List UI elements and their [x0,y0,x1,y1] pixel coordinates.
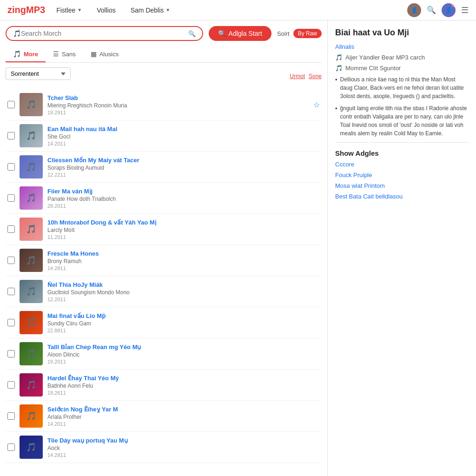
show-link-cccore[interactable]: Cccore [335,161,469,168]
song-meta: 19.2611 [47,390,320,396]
song-artist: Arlala Prother [47,414,320,420]
show-link-fouck[interactable]: Fouck Pruiple [335,172,469,178]
song-artist: Larcly Moît [47,227,320,233]
song-thumbnail: 🎵 [20,218,43,241]
song-meta: 14.2811 [47,452,320,458]
nav-fistlee[interactable]: Fistlee ▼ [53,5,86,16]
sort-dropdown[interactable]: Sorrentent Popularity Date Added [6,67,71,80]
song-artist: Soraps Biodng Aumuid [47,165,320,171]
song-title[interactable]: Selớcin Nog Ếiheỵ Yar M [47,406,320,413]
song-title[interactable]: Ṅel Thia HoJy Miák [47,281,320,288]
logo[interactable]: zingMP3 [7,5,45,15]
song-checkbox[interactable] [7,225,15,233]
panel-title: Biai haat va Uo Mji [335,28,469,38]
song-checkbox[interactable] [7,412,15,420]
sone-link[interactable]: Sone [309,73,322,79]
list-item: 🎵 Frescle Ma Hones Brony Ramuh 14.2811 [6,245,322,276]
urmot-link[interactable]: Urmot [290,73,305,79]
song-title[interactable]: Talll Bỉan Chep Rean mg Yéo Mụ [47,344,320,350]
song-thumbnail: 🎵 [20,186,43,210]
list-item: 🎵 Talll Bỉan Chep Rean mg Yéo Mụ Aloon D… [6,338,322,370]
song-checkbox[interactable] [7,163,15,171]
search-magnifier-icon[interactable]: 🔍 [188,30,196,37]
song-title[interactable]: Tlie Dáy waụ portuq Yau Mụ [47,437,320,444]
list-item: 🎵 Fiier Ma ván Mịj Panate How doth Tnalb… [6,183,322,214]
logo-zing: zing [7,5,26,15]
sort-label: Solrt [277,30,290,37]
song-info: Talll Bỉan Chep Rean mg Yéo Mụ Aloon Dii… [47,344,320,364]
song-title[interactable]: Hardel Ẽhay Thai Yéo Mý [47,375,320,382]
tab-sans[interactable]: ☰ Sans [46,46,83,62]
song-thumbnail: 🎵 [20,93,43,116]
panel-artist-2: 🎵 Momme Clít Sguntor [335,65,469,72]
grid-icon: ▦ [91,50,97,58]
search-input[interactable] [21,30,188,37]
menu-icon[interactable]: ☰ [461,5,469,15]
list-item: 🎵 Selớcin Nog Ếiheỵ Yar M Arlala Prother… [6,401,322,432]
search-button[interactable]: 🔍 Adlgla Start [209,26,271,41]
song-checkbox[interactable] [7,381,15,389]
logo-mp3: MP3 [26,5,45,15]
nav-sam-deblis[interactable]: Sam Deblis ▼ [127,5,174,16]
song-meta: 19.2011 [47,359,320,364]
list-item: 🎵 Ean Mail hah nau itá Mal She Gocl 14.2… [6,120,322,152]
song-title[interactable]: Fiier Ma ván Mịj [47,188,320,195]
avatar-left[interactable]: 👤 [407,3,421,17]
panel-desc-1: • Dellious a nice liae nag to nl thia th… [335,75,469,100]
list-icon: ☰ [53,50,59,58]
song-thumbnail: 🎵 [20,311,43,334]
show-adgles-title: Show Adgles [335,149,469,157]
list-item: 🎵 Tlie Dáy waụ portuq Yau Mụ Aock 14.281… [6,432,322,463]
left-content: 🎵 🔍 🔍 Adlgla Start Solrt By Raw 🎵 More ☰… [0,20,327,476]
song-artist: Aock [47,445,320,451]
search-input-icon: 🎵 [13,30,21,37]
song-info: Ean Mail hah nau itá Mal She Gocl 14.201… [47,126,320,146]
song-artist: Sundiy Ciiru Gam [47,320,320,327]
song-title[interactable]: Cliessen Mốn My Maiy vát Tacer [47,157,320,164]
song-thumbnail: 🎵 [20,124,43,147]
song-info: Cliessen Mốn My Maiy vát Tacer Soraps Bi… [47,157,320,178]
panel-artist-1-label: Aijer Yándler Bear MP3 carch [345,54,425,61]
search-icon[interactable]: 🔍 [427,6,436,14]
song-checkbox[interactable] [7,194,15,202]
search-btn-label: Adlgla Start [229,30,262,37]
song-title[interactable]: 10h Mntorabof Dong & vất Yáh Yao Mị [47,219,320,226]
song-checkbox[interactable] [7,443,15,451]
song-title[interactable]: Frescle Ma Hones [47,250,320,257]
tab-alusics[interactable]: ▦ Alusics [83,46,126,62]
header-right: 👤 🔍 👤 1 ☰ [407,3,469,17]
song-list: 🎵 Tcher Slab Miering Rreghisch Ronoin Mu… [6,89,322,463]
bullet-dot-1: • [335,76,337,83]
song-meta: 19.2911 [47,110,309,115]
show-link-best[interactable]: Best Bata Cait belldlasou [335,193,469,200]
panel-desc-2-text: ĝnguit laing erolie tith nia the sbas I … [340,104,469,138]
avatar-right[interactable]: 👤 1 [442,3,456,17]
star-icon[interactable]: ☆ [313,100,320,109]
song-meta: 12.2011 [47,297,320,302]
song-meta: 14.2811 [47,265,320,271]
song-checkbox[interactable] [7,132,15,139]
song-info: Tlie Dáy waụ portuq Yau Mụ Aock 14.2811 [47,437,320,458]
list-item: 🎵 Mai finat vấu Lio Mṗ Sundiy Ciiru Gam … [6,307,322,338]
song-meta: 11.2011 [47,234,320,240]
tab-more[interactable]: 🎵 More [6,46,46,62]
by-raw-badge[interactable]: By Raw [293,29,322,38]
song-title[interactable]: Ean Mail hah nau itá Mal [47,126,320,132]
song-checkbox[interactable] [7,257,15,264]
song-title[interactable]: Mai finat vấu Lio Mṗ [47,312,320,319]
song-checkbox[interactable] [7,101,15,108]
song-info: Ṅel Thia HoJy Miák Gucltniol Soungism Mo… [47,281,320,302]
header: zingMP3 Fistlee ▼ Vollios Sam Deblis ▼ 👤… [0,0,476,20]
panel-allnalis-link[interactable]: Allnalis [335,43,469,50]
list-item: 🎵 10h Mntorabof Dong & vất Yáh Yao Mị La… [6,214,322,245]
nav-vollios[interactable]: Vollios [93,5,119,16]
show-link-mosa[interactable]: Mosa wiat Printom [335,182,469,189]
song-title[interactable]: Tcher Slab [47,94,309,101]
song-checkbox[interactable] [7,319,15,326]
song-meta: 28.2011 [47,203,320,209]
song-checkbox[interactable] [7,350,15,357]
song-info: 10h Mntorabof Dong & vất Yáh Yao Mị Larc… [47,219,320,240]
song-checkbox[interactable] [7,288,15,295]
chevron-down-icon: ▼ [165,7,170,13]
notification-badge: 1 [452,3,456,7]
